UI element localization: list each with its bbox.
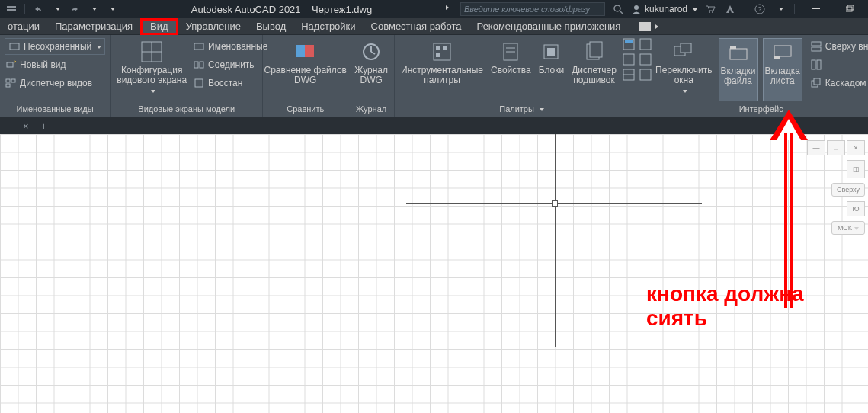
crosshair-pickbox xyxy=(552,200,558,206)
restore-viewports-button[interactable]: Восстан xyxy=(193,75,267,91)
wcs-label[interactable]: МСК xyxy=(831,221,865,235)
restore-button[interactable] xyxy=(836,0,863,18)
tile-vertical-button[interactable] xyxy=(810,56,868,73)
search-input[interactable]: Введите ключевое слово/фразу xyxy=(460,2,605,16)
blocks-icon xyxy=(539,40,563,64)
svg-text:?: ? xyxy=(757,5,761,13)
palette-small-3[interactable] xyxy=(623,69,635,81)
svg-rect-11 xyxy=(847,5,854,10)
svg-rect-15 xyxy=(6,79,10,82)
join-icon xyxy=(193,59,205,71)
file-tabs-button[interactable]: Вкладки файла xyxy=(719,38,758,101)
cascade-button[interactable]: Каскадом xyxy=(810,75,868,91)
title-dd-icon[interactable] xyxy=(440,2,454,16)
user-dd-icon xyxy=(690,4,697,14)
svg-point-5 xyxy=(709,11,710,13)
panel-viewports: Конфигурация видового экрана Именованные… xyxy=(111,35,263,117)
viewport-config-button[interactable]: Конфигурация видового экрана xyxy=(115,38,188,101)
app-name: Autodesk AutoCAD 2021 xyxy=(191,4,301,15)
undo-icon[interactable] xyxy=(31,2,45,16)
svg-rect-9 xyxy=(812,8,820,9)
dwg-compare-button[interactable]: Сравнение файлов DWG xyxy=(263,38,348,101)
tile-horizontal-button[interactable]: Сверху вн xyxy=(810,38,868,55)
panel-title: Именованные виды xyxy=(0,101,110,117)
panel-history: Журнал DWG Журнал xyxy=(348,35,395,117)
svg-rect-55 xyxy=(812,42,821,46)
tab-addins[interactable]: Надстройки xyxy=(293,18,363,35)
search-placeholder: Введите ключевое слово/фразу xyxy=(464,5,590,14)
new-view-button[interactable]: ✶ Новый вид xyxy=(5,56,105,73)
blocks-button[interactable]: Блоки xyxy=(537,38,566,101)
dwg-history-button[interactable]: Журнал DWG xyxy=(353,38,389,101)
tab-featured-apps[interactable]: Рекомендованные приложения xyxy=(469,18,629,35)
help-dd-icon[interactable] xyxy=(773,2,786,16)
properties-icon xyxy=(498,40,523,64)
view-combo[interactable]: Несохраненный xyxy=(5,38,105,55)
redo-dropdown-icon[interactable] xyxy=(86,2,100,16)
redo-icon[interactable] xyxy=(68,2,82,16)
viewcube-south[interactable]: Ю xyxy=(847,201,865,216)
panel-interface: Переключить окна Вкладки файла Вкладка л… xyxy=(649,35,868,117)
palette-small-2[interactable] xyxy=(623,53,635,66)
svg-rect-21 xyxy=(194,43,203,50)
panel-title: Журнал xyxy=(348,101,394,117)
svg-rect-17 xyxy=(6,84,10,87)
new-view-icon: ✶ xyxy=(5,59,17,71)
named-viewports-button[interactable]: Именованные xyxy=(193,38,267,55)
qat-more-icon[interactable] xyxy=(104,2,118,16)
autodesk-icon[interactable] xyxy=(723,2,737,16)
viewcube-icon[interactable]: ◫ xyxy=(847,160,865,178)
search-icon[interactable] xyxy=(611,2,625,16)
separator xyxy=(794,4,795,14)
user-icon xyxy=(631,4,642,14)
svg-rect-57 xyxy=(812,60,815,69)
tool-palettes-button[interactable]: Инструментальные палитры xyxy=(399,38,485,101)
tab-manage[interactable]: Управление xyxy=(178,18,248,35)
cart-icon[interactable] xyxy=(703,2,717,16)
user-account[interactable]: kukunarod xyxy=(631,4,697,14)
tile-h-icon xyxy=(810,40,822,53)
panel-title: Интерфейс xyxy=(649,101,868,117)
undo-dropdown-icon[interactable] xyxy=(50,2,63,16)
panel-palettes: Инструментальные палитры Свойства Блоки … xyxy=(395,35,649,117)
view-manager-button[interactable]: Диспетчер видов xyxy=(5,75,105,91)
cascade-icon xyxy=(810,77,822,89)
panel-title: Видовые экраны модели xyxy=(111,101,262,117)
properties-button[interactable]: Свойства xyxy=(489,38,533,101)
panel-title: Палитры xyxy=(395,101,649,117)
file-tabs-icon xyxy=(726,40,751,65)
svg-rect-12 xyxy=(10,43,19,50)
title-bar: Autodesk AutoCAD 2021 Чертеж1.dwg Введит… xyxy=(0,0,868,18)
palette-small-1[interactable] xyxy=(623,38,635,50)
dd-caret xyxy=(149,85,155,96)
dwg-history-icon xyxy=(359,40,383,64)
close-tab-button[interactable]: × xyxy=(23,120,29,132)
viewcube-top[interactable]: Сверху xyxy=(831,183,865,197)
sheetset-button[interactable]: Диспетчер подшивок xyxy=(570,38,618,101)
viewport-config-icon xyxy=(139,40,164,64)
drawing-canvas[interactable] xyxy=(0,134,868,413)
tab-view[interactable]: Вид xyxy=(140,18,178,35)
separator xyxy=(745,4,745,14)
tab-collaborate[interactable]: Совместная работа xyxy=(364,18,469,35)
svg-line-3 xyxy=(620,11,623,14)
join-viewports-button[interactable]: Соединить xyxy=(193,56,267,73)
svg-rect-22 xyxy=(194,62,198,68)
svg-rect-56 xyxy=(812,47,821,51)
switch-windows-button[interactable]: Переключить окна xyxy=(654,38,713,101)
svg-line-29 xyxy=(371,52,375,54)
nav-max[interactable]: □ xyxy=(827,140,845,155)
nav-close[interactable]: × xyxy=(847,140,865,155)
minimize-button[interactable] xyxy=(802,0,830,18)
tab-parametrization[interactable]: Параметризация xyxy=(47,18,140,35)
tab-annotations[interactable]: отации xyxy=(0,18,47,35)
help-icon[interactable]: ? xyxy=(753,2,767,16)
layout-tabs-button[interactable]: Вкладка листа xyxy=(763,38,802,101)
svg-rect-51 xyxy=(730,49,747,59)
nav-min[interactable]: — xyxy=(807,140,825,155)
tab-output[interactable]: Вывод xyxy=(248,18,293,35)
express-tools-icon[interactable] xyxy=(639,22,651,31)
add-tab-button[interactable]: + xyxy=(41,120,47,132)
app-menu-icon[interactable] xyxy=(5,2,18,16)
panel-named-views: Несохраненный ✶ Новый вид Диспетчер видо… xyxy=(0,35,111,117)
